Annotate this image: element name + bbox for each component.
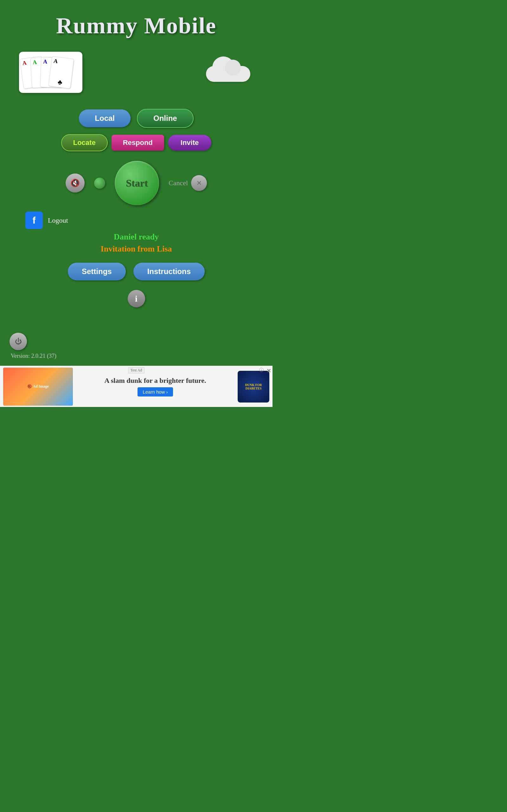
player-dot-small — [94, 177, 105, 189]
cancel-area: Cancel ✕ — [169, 175, 207, 191]
ad-close-button[interactable]: ✕ — [267, 367, 271, 374]
card-4: A ♣ — [48, 56, 74, 89]
social-row: f Logout — [0, 212, 273, 229]
ad-text-area: A slam dunk for a brighter future. Learn… — [73, 376, 238, 397]
locate-button[interactable]: Locate — [61, 134, 108, 151]
cancel-icon: ✕ — [196, 179, 202, 187]
facebook-icon: f — [25, 212, 43, 229]
cancel-label: Cancel — [169, 179, 188, 187]
network-buttons: Locate Respond Invite — [61, 134, 212, 151]
ad-logo: DUNK FOR DIABETES — [238, 371, 269, 403]
mute-button[interactable]: 🔇 — [66, 173, 84, 193]
power-button[interactable]: ⏻ — [9, 333, 27, 350]
action-buttons: Settings Instructions — [68, 263, 205, 281]
ad-image: 🏀 Ad Image — [3, 368, 73, 406]
instructions-button[interactable]: Instructions — [133, 263, 205, 281]
start-button[interactable]: Start — [115, 161, 159, 205]
invite-button[interactable]: Invite — [168, 135, 211, 151]
cancel-button[interactable]: ✕ — [191, 175, 207, 191]
respond-button[interactable]: Respond — [112, 135, 164, 151]
mode-buttons: Local Online — [79, 109, 193, 128]
local-button[interactable]: Local — [79, 109, 130, 127]
logout-button[interactable]: Logout — [48, 216, 68, 224]
ad-banner: Test Ad 🏀 Ad Image A slam dunk for a bri… — [0, 366, 273, 407]
cloud-decoration — [203, 60, 253, 85]
cards-area: A ♥ A ♦ A ♠ A ♣ — [0, 52, 273, 93]
app-title: Rummy Mobile — [56, 13, 216, 39]
ad-logo-text: DUNK FOR DIABETES — [238, 382, 269, 392]
settings-button[interactable]: Settings — [68, 263, 126, 281]
ad-test-label: Test Ad — [128, 367, 145, 373]
invitation-status: Invitation from Lisa — [101, 244, 172, 254]
power-icon: ⏻ — [15, 338, 22, 346]
cards-image: A ♥ A ♦ A ♠ A ♣ — [19, 52, 82, 93]
player-status: Daniel ready — [114, 232, 159, 242]
ad-cta-button[interactable]: Learn how › — [137, 387, 173, 397]
ad-info-icon[interactable]: ⓘ — [259, 367, 264, 373]
bottom-area: ⏻ Version: 2.0.21 (37) — [0, 326, 273, 362]
online-button[interactable]: Online — [137, 109, 193, 128]
mute-icon: 🔇 — [70, 179, 80, 188]
start-area: 🔇 Start Cancel ✕ — [0, 161, 273, 205]
version-label: Version: 2.0.21 (37) — [11, 353, 263, 359]
ad-headline: A slam dunk for a brighter future. — [105, 376, 206, 385]
info-button[interactable]: i — [128, 290, 145, 307]
